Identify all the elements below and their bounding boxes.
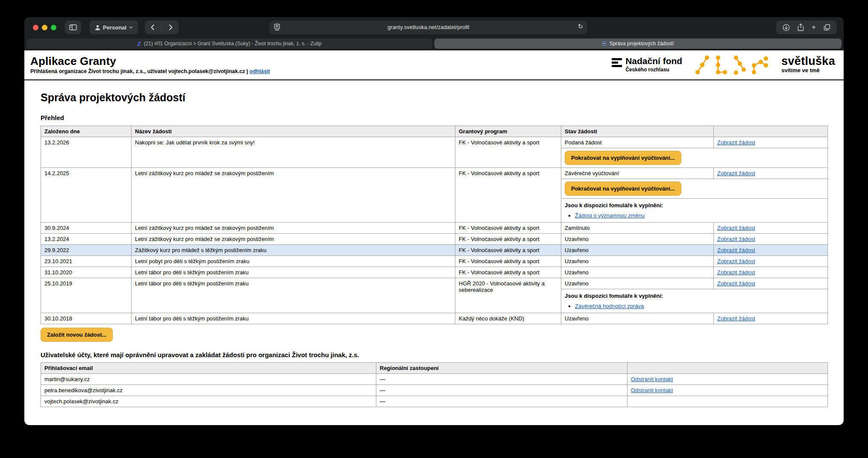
new-tab-button[interactable]: +: [809, 23, 818, 32]
view-application-link[interactable]: Zobrazit žádost: [717, 236, 755, 242]
close-window-button[interactable]: [33, 25, 38, 30]
view-application-link[interactable]: Zobrazit žádost: [717, 269, 755, 276]
table-header-row: Přihlašovací emailRegionální zastoupení: [41, 363, 828, 374]
view-application-link[interactable]: Zobrazit žádost: [717, 247, 755, 253]
forms-heading: Jsou k dispozici fomuláře k vyplnění:: [565, 293, 824, 299]
application-program: FK - Volnočasové aktivity a sport: [455, 223, 561, 234]
application-status: Uzavřeno: [561, 313, 714, 324]
application-program: Každý něco dokáže (KND): [455, 313, 561, 324]
application-date: 23.10.2021: [41, 256, 132, 267]
application-program: FK - Volnočasové aktivity a sport: [455, 234, 561, 245]
application-date: 30.9.2024: [41, 223, 132, 234]
column-header: Přihlašovací email: [41, 363, 376, 374]
tab-zulip[interactable]: Z (21) #01 Organizacni > Grant Svetluska…: [26, 38, 432, 49]
view-application-link[interactable]: Zobrazit žádost: [717, 225, 755, 231]
application-row: 13.2.2024Letní zážitkový kurz pro mládež…: [41, 234, 828, 245]
share-button[interactable]: [795, 23, 806, 31]
application-status: Podaná žádost: [561, 137, 714, 148]
view-application-link[interactable]: Zobrazit žádost: [717, 170, 755, 176]
fullscreen-window-button[interactable]: [51, 25, 56, 30]
application-name: Letní tábor pro děti s těžkým postižením…: [132, 313, 455, 324]
back-button[interactable]: [147, 21, 159, 34]
user-row: petra.benedikova@zivotjinak.cz—Odstranit…: [41, 385, 828, 396]
downloads-button[interactable]: [780, 24, 792, 31]
application-name: Letní pobyt pro děti s těžkým postižením…: [132, 256, 455, 267]
application-actions: Zobrazit žádost: [714, 168, 828, 179]
application-row: 14.2.2025Letní zážitkový kurz pro mládež…: [41, 168, 828, 179]
application-actions: Zobrazit žádost: [714, 137, 828, 148]
page-content: Aplikace Granty Přihlášená organizace Ži…: [24, 50, 844, 425]
radio-bars-icon: [612, 58, 622, 67]
minimize-window-button[interactable]: [42, 25, 47, 30]
nf-logo-title: Nadační fond: [625, 56, 682, 66]
reload-button[interactable]: ↻: [578, 23, 583, 30]
user-row: martin@sukany.cz—Odstranit kontakt: [41, 374, 828, 385]
application-program: FK - Volnočasové aktivity a sport: [455, 137, 561, 168]
application-date: 31.10.2020: [41, 267, 132, 278]
application-program: HGŘ 2020 - Volnočasové aktivity a sebere…: [455, 278, 561, 313]
application-actions: Zobrazit žádost: [714, 278, 828, 289]
application-date: 13.2.2024: [41, 234, 132, 245]
application-actions: Zobrazit žádost: [714, 267, 828, 278]
reader-icon[interactable]: [274, 23, 280, 32]
logout-link[interactable]: odhlásit: [249, 68, 270, 74]
application-name: Letní tábor pro děti s těžkým postižením…: [132, 267, 455, 278]
column-header: [628, 363, 828, 374]
column-header: Stav žádosti: [561, 126, 714, 137]
application-status: Zamítnuto: [561, 223, 714, 234]
application-program: FK - Volnočasové aktivity a sport: [455, 256, 561, 267]
view-application-link[interactable]: Zobrazit žádost: [717, 139, 755, 146]
svetluska-logo: světluška svítíme ve tmě: [781, 56, 835, 73]
nadacni-fond-logo: Nadační fond Českého rozhlasu: [612, 56, 682, 72]
login-info: Přihlášená organizace Život trochu jinak…: [30, 68, 270, 74]
view-application-link[interactable]: Zobrazit žádost: [717, 280, 755, 287]
grants-favicon-icon: [602, 41, 607, 46]
form-link[interactable]: Závěrečná hodnotící zpráva: [575, 303, 644, 309]
button-cell: Pokračovat na vyplňování vyúčtování...: [561, 179, 828, 199]
sv-logo-title: světluška: [781, 56, 835, 67]
application-actions: Zobrazit žádost: [714, 256, 828, 267]
button-cell: Pokračovat na vyplňování vyúčtování...: [561, 148, 828, 168]
share-icon: [798, 23, 804, 31]
view-application-link[interactable]: Zobrazit žádost: [717, 315, 755, 322]
continue-settlement-button[interactable]: Pokračovat na vyplňování vyúčtování...: [565, 151, 681, 165]
tab-grants-active[interactable]: Správa projektových žádostí: [434, 38, 842, 49]
zulip-favicon-icon: Z: [138, 41, 141, 47]
application-row: 30.9.2024Letní zážitkový kurz pro mládež…: [41, 223, 828, 234]
application-name: Letní zážitkový kurz pro mládež se zrako…: [132, 168, 455, 223]
application-row: 30.10.2018Letní tábor pro děti s těžkým …: [41, 313, 828, 324]
applications-table: Založeno dneNázev žádostiGrantový progra…: [41, 126, 828, 324]
forward-button[interactable]: [164, 21, 177, 34]
forms-heading: Jsou k dispozici fomuláře k vyplnění:: [565, 202, 824, 208]
application-status: Uzavřeno: [561, 245, 714, 256]
view-application-link[interactable]: Zobrazit žádost: [717, 258, 755, 264]
address-bar[interactable]: granty.svetluska.net/zadatel/profil ↻: [270, 21, 587, 34]
sidebar-toggle-button[interactable]: [65, 21, 81, 34]
users-heading: Uživatelské účty, které mají oprávnění u…: [41, 351, 827, 358]
application-program: FK - Volnočasové aktivity a sport: [455, 168, 561, 223]
remove-contact-link[interactable]: Odstranit kontakt: [631, 387, 673, 393]
continue-settlement-button[interactable]: Pokračovat na vyplňování vyúčtování...: [565, 182, 681, 196]
overview-heading: Přehled: [41, 114, 827, 121]
form-link[interactable]: Žádost o významnou změnu: [575, 212, 645, 219]
column-header: Grantový program: [455, 126, 561, 137]
new-application-button[interactable]: Založit novou žádost...: [41, 328, 113, 342]
application-actions: Zobrazit žádost: [714, 223, 828, 234]
user-row: vojtech.polasek@zivotjinak.cz—: [41, 396, 828, 407]
column-header: Název žádosti: [132, 126, 455, 137]
forms-list-item: Žádost o významnou změnu: [575, 212, 824, 219]
divider: [161, 23, 162, 31]
user-email: martin@sukany.cz: [41, 374, 376, 385]
forms-list: Žádost o významnou změnu: [565, 212, 824, 219]
chevron-right-icon: [169, 24, 173, 30]
profile-menu-button[interactable]: Personal: [90, 21, 138, 34]
forms-cell: Jsou k dispozici fomuláře k vyplnění:Záv…: [561, 289, 828, 313]
user-actions: Odstranit kontakt: [628, 385, 828, 396]
login-info-text: Přihlášená organizace Život trochu jinak…: [30, 68, 248, 74]
remove-contact-link[interactable]: Odstranit kontakt: [631, 376, 673, 382]
application-status: Uzavřeno: [561, 278, 714, 289]
forms-cell: Jsou k dispozici fomuláře k vyplnění:Žád…: [561, 199, 828, 223]
tab-overview-button[interactable]: [821, 24, 833, 31]
tab-title: (21) #01 Organizacni > Grant Svetluska (…: [144, 41, 322, 47]
logos: Nadační fond Českého rozhlasu světluška …: [612, 53, 838, 76]
